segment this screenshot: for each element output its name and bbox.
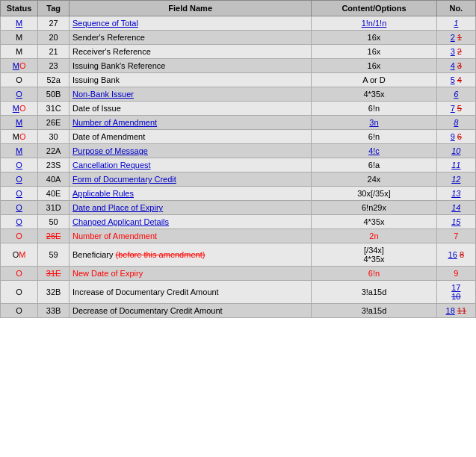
field-name: Issuing Bank's Reference	[72, 61, 165, 70]
cell-no: 1710	[436, 281, 475, 304]
cell-status: O	[1, 73, 38, 87]
no-secondary: 3	[457, 61, 462, 70]
field-link[interactable]: Applicable Rules	[72, 189, 134, 198]
tag-value: 22A	[46, 146, 61, 155]
cell-content: 4*35x	[312, 215, 436, 229]
cell-no: 18 11	[436, 304, 475, 318]
table-row: OM59Beneficiary (before this amendment)[…	[1, 243, 476, 267]
table-row: O31DDate and Place of Expiry6!n29x14	[1, 201, 476, 215]
cell-status: O	[1, 267, 38, 281]
cell-tag: 33B	[38, 304, 69, 318]
tag-value: 31E	[46, 269, 61, 278]
cell-content: 6!n	[312, 130, 436, 144]
cell-content: 16x	[312, 45, 436, 59]
content-value: 4*35x	[363, 90, 384, 99]
field-link[interactable]: Changed Applicant Details	[72, 217, 169, 226]
cell-no: 9	[436, 267, 475, 281]
cell-no: 1	[436, 16, 475, 31]
cell-content: 4*35x	[312, 87, 436, 102]
cell-status: OM	[1, 243, 38, 267]
status-value[interactable]: O	[16, 90, 22, 99]
no-value[interactable]: 13	[451, 189, 460, 198]
no-value[interactable]: 11	[451, 161, 460, 170]
cell-no: 15	[436, 215, 475, 229]
status-value[interactable]: O	[16, 189, 22, 198]
content-link[interactable]: 4!c	[368, 146, 380, 155]
tag-value: 59	[49, 250, 58, 259]
status-o: M	[19, 250, 25, 259]
content-value: 16x	[368, 61, 381, 70]
field-link[interactable]: Cancellation Request	[72, 161, 151, 170]
status-value[interactable]: M	[16, 118, 22, 127]
status-value: O	[16, 269, 22, 278]
status-value[interactable]: O	[16, 217, 22, 226]
field-link[interactable]: Sequence of Total	[72, 19, 138, 28]
tag-value: 50	[49, 217, 58, 226]
no-primary: 9	[451, 132, 455, 141]
table-row: MO23Issuing Bank's Reference16x4 3	[1, 59, 476, 73]
status-value[interactable]: O	[16, 203, 22, 212]
cell-field: Form of Documentary Credit	[69, 172, 312, 187]
cell-content: 3!a15d	[312, 281, 436, 304]
status-m[interactable]: M	[13, 104, 19, 113]
status-value[interactable]: O	[16, 161, 22, 170]
no-part: 17	[451, 283, 460, 292]
tag-value: 21	[49, 47, 58, 56]
cell-field: Beneficiary (before this amendment)	[69, 243, 312, 267]
field-link[interactable]: Form of Documentary Credit	[72, 175, 176, 184]
header-field: Field Name	[69, 1, 312, 16]
field-link[interactable]: Number of Amendment	[72, 118, 157, 127]
cell-content: [/34x]4*35x	[312, 243, 436, 267]
cell-content: 1!n/1!n	[312, 16, 436, 31]
cell-status: O	[1, 172, 38, 187]
table-row: M26ENumber of Amendment3n8	[1, 116, 476, 130]
content-value: 16x	[368, 33, 381, 42]
table-row: O33BDecrease of Documentary Credit Amoun…	[1, 304, 476, 318]
status-o: O	[19, 104, 26, 113]
cell-field: Applicable Rules	[69, 187, 312, 201]
field-link[interactable]: Purpose of Message	[72, 146, 148, 155]
status-m[interactable]: M	[13, 61, 19, 70]
no-value[interactable]: 15	[451, 217, 460, 226]
no-value[interactable]: 14	[451, 203, 460, 212]
field-link[interactable]: Date and Place of Expiry	[72, 203, 163, 212]
cell-tag: 31D	[38, 201, 69, 215]
tag-value: 27	[49, 19, 58, 28]
content-value: A or D	[362, 75, 386, 84]
content-value: 4*35x	[363, 217, 384, 226]
table-row: O52aIssuing BankA or D5 4	[1, 73, 476, 87]
no-primary: 4	[451, 61, 455, 70]
cell-content: 2n	[312, 229, 436, 243]
table-row: O40AForm of Documentary Credit24x12	[1, 172, 476, 187]
no-value[interactable]: 12	[451, 175, 460, 184]
cell-tag: 23	[38, 59, 69, 73]
field-link[interactable]: Non-Bank Issuer	[72, 90, 134, 99]
content-link[interactable]: 1!n/1!n	[362, 19, 387, 28]
no-value[interactable]: 8	[454, 118, 458, 127]
status-value: O	[16, 306, 22, 315]
cell-tag: 26E	[38, 229, 69, 243]
tag-value: 31D	[46, 203, 61, 212]
status-value[interactable]: M	[16, 146, 22, 155]
cell-field: Non-Bank Issuer	[69, 87, 312, 102]
tag-value: 52a	[46, 75, 60, 84]
cell-no: 12	[436, 172, 475, 187]
no-secondary: 6	[457, 132, 462, 141]
no-value[interactable]: 10	[451, 146, 460, 155]
cell-no: 7	[436, 229, 475, 243]
no-value[interactable]: 6	[454, 90, 458, 99]
status-value[interactable]: O	[16, 175, 22, 184]
content-value: 3!a15d	[362, 287, 387, 296]
cell-content: 6!n	[312, 267, 436, 281]
status-value: M	[16, 47, 22, 56]
content-link[interactable]: 3n	[369, 118, 378, 127]
table-row: M21Receiver's Reference16x3 2	[1, 45, 476, 59]
no-primary: 18	[446, 306, 455, 315]
cell-status: M	[1, 45, 38, 59]
cell-no: 2 1	[436, 31, 475, 45]
field-name: Issuing Bank	[72, 75, 120, 84]
no-value[interactable]: 1	[454, 19, 458, 28]
no-primary: 16	[448, 250, 457, 259]
status-value[interactable]: M	[16, 19, 22, 28]
cell-tag: 31E	[38, 267, 69, 281]
